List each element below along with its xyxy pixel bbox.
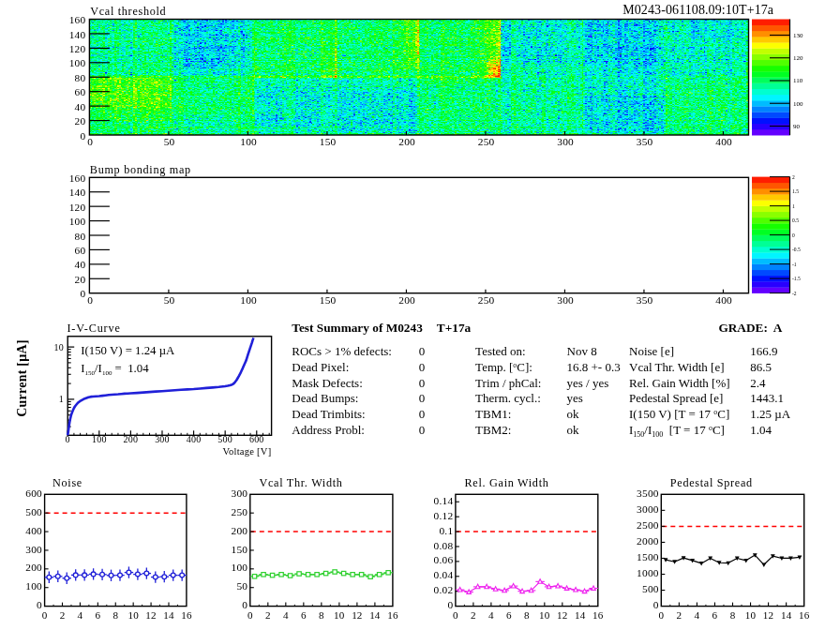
- svg-text:1000: 1000: [637, 567, 659, 578]
- svg-text:0.04: 0.04: [434, 569, 454, 580]
- svg-text:Vcal threshold: Vcal threshold: [90, 5, 166, 18]
- svg-text:130: 130: [793, 32, 803, 39]
- svg-text:4: 4: [695, 609, 700, 621]
- svg-text:Voltage [V]: Voltage [V]: [223, 446, 272, 457]
- svg-text:250: 250: [232, 506, 248, 518]
- svg-text:0.02: 0.02: [434, 584, 454, 595]
- svg-text:2: 2: [60, 609, 66, 621]
- svg-text:50: 50: [164, 136, 175, 147]
- svg-text:TBM2:: TBM2:: [475, 423, 511, 437]
- svg-text:80: 80: [75, 231, 86, 242]
- svg-text:200: 200: [25, 562, 42, 573]
- svg-text:16: 16: [592, 609, 604, 621]
- svg-text:0: 0: [419, 344, 426, 358]
- svg-text:I150/I100 [T = 17 oC]: I150/I100 [T = 17 oC]: [629, 423, 725, 439]
- svg-text:400: 400: [715, 136, 732, 147]
- svg-text:0: 0: [419, 376, 426, 390]
- svg-text:ok: ok: [567, 423, 580, 437]
- svg-text:6: 6: [712, 609, 718, 621]
- svg-text:Pedestal Spread: Pedestal Spread: [670, 476, 753, 489]
- svg-text:0: 0: [419, 360, 426, 374]
- svg-text:Noise: Noise: [52, 476, 82, 489]
- svg-text:100: 100: [240, 294, 257, 306]
- svg-text:86.5: 86.5: [750, 360, 772, 374]
- svg-text:0.5: 0.5: [792, 218, 799, 223]
- svg-text:0: 0: [42, 609, 48, 621]
- svg-text:400: 400: [187, 434, 202, 444]
- svg-text:300: 300: [557, 294, 574, 306]
- svg-text:3000: 3000: [637, 503, 659, 515]
- svg-text:0.08: 0.08: [434, 540, 454, 551]
- svg-text:Mask Defects:: Mask Defects:: [292, 376, 362, 390]
- svg-text:0: 0: [80, 130, 85, 142]
- svg-text:8: 8: [730, 609, 736, 621]
- svg-text:Trim / phCal:: Trim / phCal:: [475, 376, 541, 390]
- svg-text:350: 350: [637, 136, 653, 147]
- svg-text:Dead Pixel:: Dead Pixel:: [292, 360, 349, 374]
- svg-text:0.1: 0.1: [439, 525, 453, 536]
- svg-text:350: 350: [637, 294, 653, 306]
- svg-text:0: 0: [419, 391, 426, 405]
- svg-text:I-V-Curve: I-V-Curve: [67, 322, 120, 335]
- svg-text:12: 12: [557, 609, 568, 621]
- svg-text:1: 1: [59, 394, 64, 404]
- svg-text:1.25 µA: 1.25 µA: [750, 407, 790, 421]
- svg-text:GRADE: A: GRADE: A: [718, 321, 782, 335]
- svg-text:300: 300: [557, 136, 574, 147]
- svg-text:6: 6: [506, 609, 512, 621]
- svg-text:20: 20: [75, 115, 86, 127]
- svg-text:14: 14: [163, 609, 174, 621]
- svg-text:1: 1: [792, 203, 795, 209]
- svg-text:100: 100: [25, 580, 42, 592]
- svg-text:TBM1:: TBM1:: [475, 407, 511, 421]
- svg-text:40: 40: [75, 101, 86, 112]
- svg-text:200: 200: [398, 136, 415, 147]
- svg-text:600: 600: [25, 488, 42, 499]
- svg-text:2: 2: [676, 609, 682, 621]
- svg-text:2: 2: [265, 609, 271, 621]
- svg-text:60: 60: [75, 245, 86, 256]
- svg-text:2000: 2000: [637, 535, 659, 547]
- svg-text:200: 200: [398, 294, 415, 306]
- svg-text:300: 300: [25, 544, 42, 555]
- svg-text:150: 150: [320, 136, 337, 147]
- svg-text:150: 150: [232, 544, 248, 555]
- svg-text:250: 250: [478, 294, 495, 306]
- svg-text:ROCs > 1% defects:: ROCs > 1% defects:: [292, 344, 392, 358]
- svg-text:140: 140: [69, 187, 86, 198]
- svg-text:400: 400: [715, 294, 732, 306]
- svg-text:16: 16: [799, 609, 810, 621]
- svg-text:-1: -1: [792, 262, 797, 267]
- svg-text:8: 8: [319, 609, 324, 621]
- svg-text:200: 200: [232, 525, 248, 536]
- svg-text:0: 0: [87, 136, 93, 147]
- svg-text:-0.5: -0.5: [792, 247, 801, 252]
- svg-text:Test Summary of M0243: Test Summary of M0243: [292, 321, 423, 335]
- svg-text:1443.1: 1443.1: [750, 391, 784, 405]
- svg-text:40: 40: [75, 259, 86, 270]
- svg-text:160: 160: [69, 172, 86, 184]
- svg-text:4: 4: [78, 609, 83, 621]
- svg-text:100: 100: [69, 57, 86, 68]
- svg-text:0: 0: [80, 288, 85, 299]
- svg-text:50: 50: [236, 580, 248, 592]
- svg-text:1500: 1500: [637, 551, 659, 562]
- svg-text:100: 100: [92, 434, 107, 444]
- svg-text:yes / yes: yes / yes: [567, 376, 609, 390]
- svg-text:500: 500: [642, 583, 659, 594]
- svg-text:T+17a: T+17a: [437, 321, 472, 335]
- svg-text:2: 2: [792, 174, 795, 180]
- svg-text:1.04: 1.04: [750, 423, 772, 437]
- svg-text:6: 6: [95, 609, 100, 621]
- svg-text:160: 160: [69, 14, 86, 25]
- svg-text:200: 200: [124, 434, 139, 444]
- svg-text:Nov 8: Nov 8: [567, 344, 597, 358]
- svg-text:Pedestal Spread [e]: Pedestal Spread [e]: [629, 391, 723, 405]
- svg-text:-2: -2: [792, 291, 797, 296]
- svg-text:I(150 V) [T = 17 oC]: I(150 V) [T = 17 oC]: [629, 407, 729, 421]
- svg-text:0: 0: [453, 609, 458, 621]
- svg-text:Tested on:: Tested on:: [475, 344, 526, 358]
- svg-text:100: 100: [793, 100, 803, 108]
- svg-text:2500: 2500: [637, 519, 659, 531]
- svg-text:12: 12: [145, 609, 157, 621]
